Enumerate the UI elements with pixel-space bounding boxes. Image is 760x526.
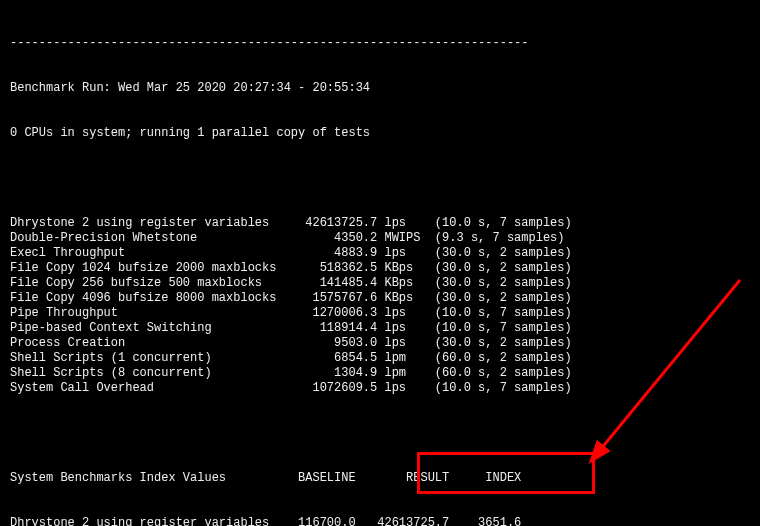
raw-result-row: Pipe-based Context Switching 118914.4 lp… (10, 321, 750, 336)
index-values-block: Dhrystone 2 using register variables 116… (10, 516, 750, 526)
raw-result-row: Pipe Throughput 1270006.3 lps (10.0 s, 7… (10, 306, 750, 321)
raw-results-block: Dhrystone 2 using register variables 426… (10, 216, 750, 396)
divider-line: ----------------------------------------… (10, 36, 750, 51)
raw-result-row: Shell Scripts (8 concurrent) 1304.9 lpm … (10, 366, 750, 381)
raw-result-row: File Copy 256 bufsize 500 maxblocks 1414… (10, 276, 750, 291)
raw-result-row: File Copy 4096 bufsize 8000 maxblocks 15… (10, 291, 750, 306)
raw-result-row: Process Creation 9503.0 lps (30.0 s, 2 s… (10, 336, 750, 351)
blank-line (10, 426, 750, 441)
raw-result-row: Shell Scripts (1 concurrent) 6854.5 lpm … (10, 351, 750, 366)
index-row: Dhrystone 2 using register variables 116… (10, 516, 750, 526)
raw-result-row: Execl Throughput 4883.9 lps (30.0 s, 2 s… (10, 246, 750, 261)
cpu-line: 0 CPUs in system; running 1 parallel cop… (10, 126, 750, 141)
benchmark-run-line: Benchmark Run: Wed Mar 25 2020 20:27:34 … (10, 81, 750, 96)
blank-line (10, 171, 750, 186)
raw-result-row: File Copy 1024 bufsize 2000 maxblocks 51… (10, 261, 750, 276)
terminal[interactable]: ----------------------------------------… (0, 0, 760, 526)
raw-result-row: Dhrystone 2 using register variables 426… (10, 216, 750, 231)
index-header-line: System Benchmarks Index Values BASELINE … (10, 471, 750, 486)
raw-result-row: Double-Precision Whetstone 4350.2 MWIPS … (10, 231, 750, 246)
raw-result-row: System Call Overhead 1072609.5 lps (10.0… (10, 381, 750, 396)
